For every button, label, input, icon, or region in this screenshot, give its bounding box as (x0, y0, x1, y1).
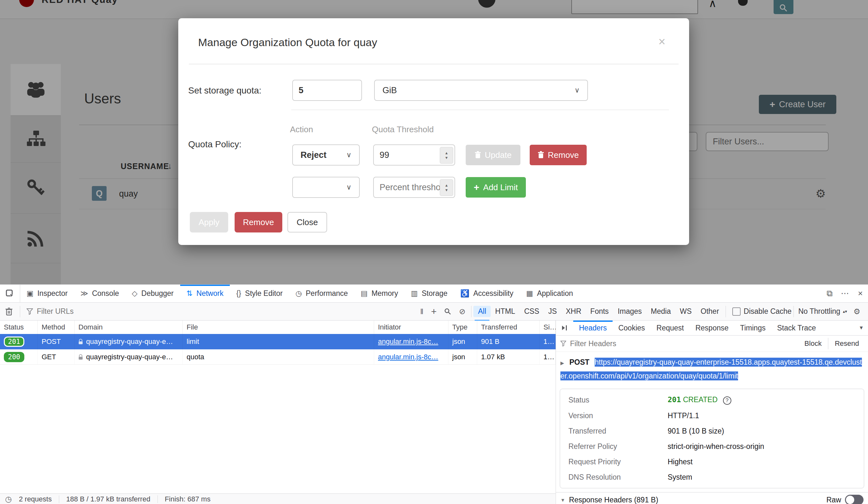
remove-button[interactable]: Remove (235, 212, 282, 233)
tab-stack-trace[interactable]: Stack Trace (771, 320, 822, 335)
filter-type-html[interactable]: HTML (490, 306, 520, 317)
request-url-row[interactable]: ▶ POST https://quayregistry-quay-quay-en… (556, 352, 868, 386)
spinner-down-icon[interactable]: ▾ (445, 155, 447, 160)
tab-headers[interactable]: Headers (573, 320, 612, 335)
tab-label: Storage (422, 289, 447, 298)
apply-button[interactable]: Apply (190, 212, 228, 233)
storage-quota-input[interactable] (292, 80, 362, 101)
disable-cache-checkbox[interactable] (732, 307, 741, 316)
collapse-icon[interactable]: ▼ (560, 497, 565, 503)
spinner-up-icon[interactable]: ▴ (445, 151, 447, 155)
plus-icon[interactable]: + (427, 306, 441, 317)
initiator-link[interactable]: angular.min.js-8c… (378, 338, 438, 346)
filter-type-fonts[interactable]: Fonts (586, 306, 613, 317)
style-editor-icon: {} (236, 289, 241, 298)
spinner-down-icon[interactable]: ▾ (445, 188, 447, 193)
request-summary-box: Status 201 CREATED ? Version HTTP/1.1 Tr… (560, 389, 864, 488)
close-button[interactable]: Close (287, 212, 327, 233)
search-icon[interactable] (441, 308, 455, 315)
response-headers-section-header[interactable]: ▼ Response Headers (891 B) Raw (556, 492, 868, 504)
tab-performance[interactable]: ◷ Performance (289, 285, 354, 302)
more-tabs-icon[interactable]: ▼ (855, 325, 868, 331)
remove-limit-label: Remove (548, 150, 579, 160)
tab-style-editor[interactable]: {} Style Editor (230, 285, 289, 302)
tab-debugger[interactable]: ◇ Debugger (125, 285, 180, 302)
status-badge: 200 (4, 352, 24, 362)
quota-policy-label: Quota Policy: (188, 139, 242, 150)
tab-storage[interactable]: ▥ Storage (405, 285, 454, 302)
filter-type-js[interactable]: JS (544, 306, 561, 317)
spinner-up-icon[interactable]: ▴ (445, 183, 447, 188)
modal-title: Manage Organization Quota for quay (198, 36, 377, 49)
column-header-transferred[interactable]: Transferred (477, 320, 540, 334)
number-spinner[interactable]: ▴ ▾ (440, 179, 453, 196)
block-icon[interactable]: ⊘ (455, 307, 469, 316)
throttling-select[interactable]: No Throttling (798, 307, 840, 316)
tab-timings[interactable]: Timings (734, 320, 771, 335)
summary-label: Transferred (568, 427, 668, 435)
updown-icon: ▴▾ (843, 310, 847, 313)
tab-accessibility[interactable]: ♿ Accessibility (454, 285, 520, 302)
tab-request[interactable]: Request (651, 320, 690, 335)
initiator-link[interactable]: angular.min.js-8c… (378, 353, 438, 361)
storage-unit-select[interactable]: GiB ∨ (374, 80, 588, 101)
column-header-status[interactable]: Status (0, 320, 38, 334)
number-spinner[interactable]: ▴ ▾ (440, 147, 453, 164)
tab-cookies[interactable]: Cookies (612, 320, 651, 335)
separator (828, 338, 828, 349)
action-value: Reject (301, 150, 327, 160)
block-button[interactable]: Block (800, 339, 826, 348)
summary-label: DNS Resolution (568, 473, 668, 482)
toggle-knob (846, 496, 854, 504)
network-settings-gear-icon[interactable]: ⚙ (849, 307, 864, 316)
clear-requests-button[interactable] (0, 307, 18, 316)
column-header-type[interactable]: Type (448, 320, 477, 334)
filter-type-all[interactable]: All (473, 306, 490, 317)
remove-limit-button[interactable]: Remove (530, 145, 587, 165)
close-icon[interactable]: × (658, 35, 665, 49)
column-header-size[interactable]: Si… (540, 320, 556, 334)
column-header-file[interactable]: File (183, 320, 374, 334)
type-cell: json (448, 334, 477, 349)
tab-application[interactable]: ▦ Application (520, 285, 579, 302)
filter-type-xhr[interactable]: XHR (561, 306, 586, 317)
headers-filter-row: Block Resend (556, 336, 868, 352)
tab-label: Style Editor (245, 289, 283, 298)
expand-icon[interactable]: ▶ (560, 360, 564, 366)
new-action-select[interactable]: ∨ (292, 177, 360, 198)
help-icon[interactable]: ? (723, 397, 731, 405)
tab-inspector[interactable]: ▣ Inspector (20, 285, 74, 302)
filter-urls-input[interactable] (36, 307, 130, 316)
devtools-close-icon[interactable]: × (852, 288, 868, 298)
devtools-menu-icon[interactable]: ⋯ (837, 288, 852, 298)
responsive-design-icon[interactable]: ⧉ (822, 288, 837, 298)
tab-memory[interactable]: ▤ Memory (354, 285, 405, 302)
pick-element-icon (6, 289, 14, 298)
trash-icon (475, 151, 481, 159)
split-panel-button[interactable] (556, 320, 573, 335)
filter-type-images[interactable]: Images (613, 306, 646, 317)
resend-button[interactable]: Resend (830, 339, 864, 348)
column-header-initiator[interactable]: Initiator (374, 320, 448, 334)
column-header-domain[interactable]: Domain (75, 320, 183, 334)
column-header-method[interactable]: Method (38, 320, 75, 334)
size-cell: 1… (540, 334, 556, 349)
pause-icon[interactable]: ‖ (416, 307, 427, 316)
filter-type-css[interactable]: CSS (520, 306, 544, 317)
filter-type-ws[interactable]: WS (675, 306, 696, 317)
method-cell: POST (38, 334, 75, 349)
update-limit-button[interactable]: Update (466, 145, 520, 165)
filter-type-other[interactable]: Other (696, 306, 724, 317)
filter-type-media[interactable]: Media (646, 306, 675, 317)
divider (189, 64, 679, 64)
add-limit-button[interactable]: ∨ + Add Limit (466, 177, 526, 197)
action-select[interactable]: Reject ∨ (292, 144, 360, 166)
tab-network[interactable]: ⇅ Network (180, 285, 230, 302)
pick-element-button[interactable] (0, 285, 20, 302)
summary-value: Highest (668, 457, 856, 466)
raw-toggle[interactable] (845, 495, 864, 504)
separator (59, 495, 59, 503)
tab-response[interactable]: Response (690, 320, 735, 335)
tab-console[interactable]: ≫ Console (74, 285, 125, 302)
filter-headers-input[interactable] (569, 339, 800, 348)
